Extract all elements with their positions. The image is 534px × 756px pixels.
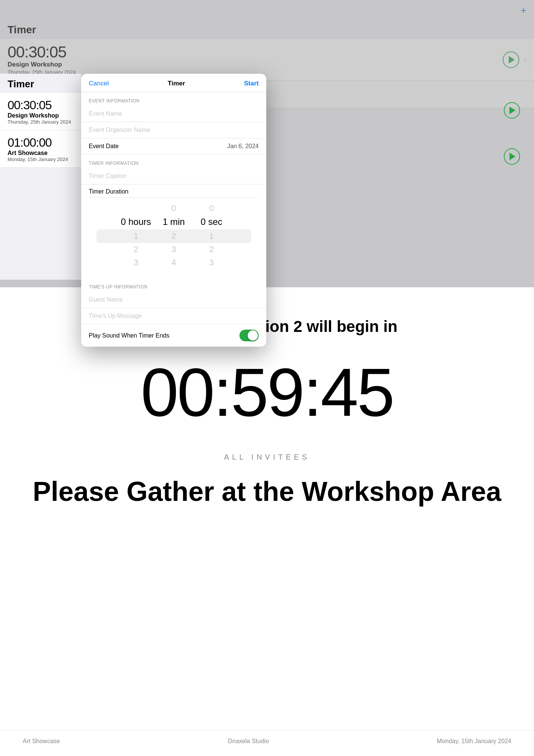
picker-sec-selected: 0 sec bbox=[201, 215, 222, 229]
event-date-value: Jan 6, 2024 bbox=[227, 143, 259, 150]
picker-hours-3: 3 bbox=[134, 256, 138, 269]
picker-minutes[interactable]: 0 1 min 2 3 4 bbox=[155, 201, 193, 269]
play-sound-label: Play Sound When Timer Ends bbox=[89, 332, 169, 339]
sidebar-play-icon-1 bbox=[509, 107, 515, 114]
picker-min-1: 2 bbox=[171, 229, 176, 243]
timer-time-1: 00:30:05 bbox=[8, 44, 76, 60]
picker-sec-1: 1 bbox=[209, 229, 214, 243]
picker-sec-selected-row: 0 sec bbox=[201, 215, 222, 229]
timer-list-top: Timer 00:30:05 Design Workshop Thursday,… bbox=[0, 21, 534, 108]
picker-hours-selected: 0 hours bbox=[121, 215, 151, 229]
add-timer-button[interactable]: + bbox=[521, 5, 526, 16]
event-name-field[interactable]: Event Name bbox=[81, 106, 266, 122]
footer-center: Dnaxela Studio bbox=[228, 738, 269, 745]
event-info-header: EVENT INFORMATION bbox=[81, 92, 266, 106]
play-sound-row: Play Sound When Timer Ends bbox=[81, 324, 266, 347]
sidebar-play-button-1[interactable] bbox=[504, 102, 520, 119]
picker-min-3: 4 bbox=[171, 256, 176, 269]
timer-info-header: TIMER INFORMATION bbox=[81, 155, 266, 168]
picker-min-selected-row: 1 min bbox=[163, 215, 185, 229]
modal-title: Timer bbox=[168, 80, 185, 87]
play-button-1[interactable] bbox=[503, 51, 519, 68]
modal-header: Cancel Timer Start bbox=[81, 74, 266, 92]
timer-caption-field[interactable]: Timer Caption bbox=[81, 168, 266, 184]
timer-item-2-top[interactable]: 01:00:00 bbox=[0, 81, 534, 108]
toggle-knob bbox=[248, 330, 258, 341]
timer-time-2: 01:00:00 bbox=[8, 87, 66, 102]
timer-picker[interactable]: 0 hours 1 2 3 0 1 min 2 3 4 0 0 sec bbox=[89, 198, 259, 274]
timer-duration-section: Timer Duration 0 hours 1 2 3 0 1 min 2 bbox=[81, 184, 266, 278]
timer-item-1-top[interactable]: 00:30:05 Design Workshop Thursday, 25th … bbox=[0, 39, 534, 81]
picker-seconds[interactable]: 0 0 sec 1 2 3 bbox=[193, 201, 230, 269]
gather-message: Please Gather at the Workshop Area bbox=[10, 477, 524, 507]
timer-item-right-1: › bbox=[503, 51, 526, 68]
picker-sec-3: 3 bbox=[209, 256, 214, 269]
timer-date-1: Thursday, 25th January 2024 bbox=[8, 69, 76, 75]
sidebar-play-button-2[interactable] bbox=[504, 148, 520, 165]
picker-sec-above: 0 bbox=[209, 201, 214, 215]
picker-hours[interactable]: 0 hours 1 2 3 bbox=[117, 201, 155, 269]
picker-min-2: 3 bbox=[171, 243, 176, 256]
event-date-field[interactable]: Event Date Jan 6, 2024 bbox=[81, 138, 266, 155]
section-label-top: Timer bbox=[0, 21, 534, 39]
timer-modal: Cancel Timer Start EVENT INFORMATION Eve… bbox=[81, 74, 266, 347]
sidebar-play-icon-2 bbox=[509, 153, 515, 160]
event-date-label: Event Date bbox=[89, 143, 119, 150]
invitees-label: ALL INVITEES bbox=[224, 453, 310, 462]
picker-sec-2: 2 bbox=[209, 243, 214, 256]
timer-item-2-left: 01:00:00 bbox=[8, 87, 66, 102]
display-area: Showcase - Session 2 will begin in 00:59… bbox=[0, 287, 534, 756]
picker-min-above: 0 bbox=[171, 201, 176, 215]
times-up-header: TIME'S UP INFORMATION bbox=[81, 278, 266, 292]
start-button[interactable]: Start bbox=[244, 80, 259, 87]
event-organizer-field[interactable]: Event Organizer Name bbox=[81, 122, 266, 138]
timer-name-1: Design Workshop bbox=[8, 61, 76, 68]
top-bar: + bbox=[0, 0, 534, 21]
chevron-right-1: › bbox=[524, 56, 526, 64]
picker-hours-2: 2 bbox=[134, 243, 138, 256]
guest-name-field[interactable]: Guest Name bbox=[81, 292, 266, 308]
timer-duration-label: Timer Duration bbox=[89, 184, 259, 198]
footer-left: Art Showcase bbox=[23, 738, 60, 745]
footer: Art Showcase Dnaxela Studio Monday, 15th… bbox=[0, 730, 534, 756]
cancel-button[interactable]: Cancel bbox=[89, 80, 109, 87]
timer-item-1-left: 00:30:05 Design Workshop Thursday, 25th … bbox=[8, 44, 76, 75]
footer-right: Monday, 15th January 2024 bbox=[437, 738, 511, 745]
times-up-message-field[interactable]: Time's Up Message bbox=[81, 308, 266, 324]
play-sound-toggle[interactable] bbox=[239, 330, 259, 341]
app-background: + Timer 00:30:05 Design Workshop Thursda… bbox=[0, 0, 534, 280]
picker-hours-above bbox=[135, 201, 137, 215]
picker-min-selected: 1 min bbox=[163, 215, 185, 229]
play-icon-1 bbox=[509, 56, 515, 64]
display-timer: 00:59:45 bbox=[141, 358, 394, 426]
picker-hours-selected-row: 0 hours bbox=[121, 215, 151, 229]
picker-hours-1: 1 bbox=[134, 229, 138, 243]
